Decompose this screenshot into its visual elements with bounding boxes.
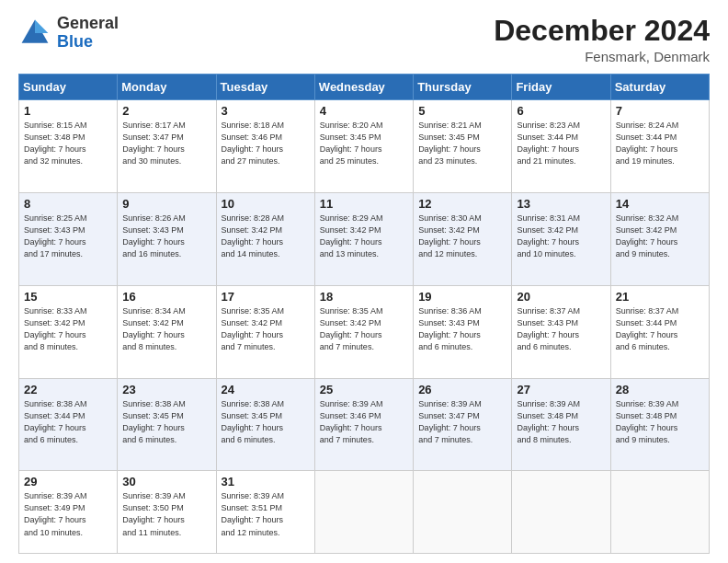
col-friday: Friday <box>512 75 610 100</box>
col-tuesday: Tuesday <box>216 75 314 100</box>
table-cell: 29Sunrise: 8:39 AM Sunset: 3:49 PM Dayli… <box>19 471 118 554</box>
table-cell: 24Sunrise: 8:38 AM Sunset: 3:45 PM Dayli… <box>216 378 314 471</box>
table-cell: 2Sunrise: 8:17 AM Sunset: 3:47 PM Daylig… <box>118 100 216 193</box>
day-info: Sunrise: 8:39 AM Sunset: 3:48 PM Dayligh… <box>616 398 704 446</box>
day-number: 6 <box>517 104 605 118</box>
col-wednesday: Wednesday <box>314 75 413 100</box>
day-info: Sunrise: 8:39 AM Sunset: 3:48 PM Dayligh… <box>517 398 605 446</box>
day-number: 22 <box>24 383 112 396</box>
table-cell: 10Sunrise: 8:28 AM Sunset: 3:42 PM Dayli… <box>216 192 314 285</box>
day-number: 7 <box>616 104 704 118</box>
calendar-week-row: 8Sunrise: 8:25 AM Sunset: 3:43 PM Daylig… <box>19 192 710 285</box>
table-cell: 20Sunrise: 8:37 AM Sunset: 3:43 PM Dayli… <box>512 285 610 378</box>
day-number: 23 <box>122 383 210 396</box>
day-info: Sunrise: 8:30 AM Sunset: 3:42 PM Dayligh… <box>418 213 506 260</box>
calendar-header-row: Sunday Monday Tuesday Wednesday Thursday… <box>19 75 710 100</box>
table-cell: 9Sunrise: 8:26 AM Sunset: 3:43 PM Daylig… <box>118 192 216 285</box>
table-cell: 5Sunrise: 8:21 AM Sunset: 3:45 PM Daylig… <box>414 100 512 193</box>
day-info: Sunrise: 8:39 AM Sunset: 3:51 PM Dayligh… <box>222 490 310 538</box>
day-number: 29 <box>24 475 112 488</box>
day-number: 17 <box>222 290 310 304</box>
day-number: 25 <box>320 383 408 396</box>
day-info: Sunrise: 8:34 AM Sunset: 3:42 PM Dayligh… <box>122 305 210 353</box>
day-info: Sunrise: 8:24 AM Sunset: 3:44 PM Dayligh… <box>616 120 704 167</box>
header: General Blue December 2024 Fensmark, Den… <box>18 15 710 64</box>
day-info: Sunrise: 8:38 AM Sunset: 3:45 PM Dayligh… <box>122 398 210 446</box>
day-info: Sunrise: 8:32 AM Sunset: 3:42 PM Dayligh… <box>616 213 704 260</box>
day-info: Sunrise: 8:15 AM Sunset: 3:48 PM Dayligh… <box>24 120 112 167</box>
table-cell: 4Sunrise: 8:20 AM Sunset: 3:45 PM Daylig… <box>314 100 413 193</box>
table-cell <box>512 471 610 554</box>
table-cell: 28Sunrise: 8:39 AM Sunset: 3:48 PM Dayli… <box>610 378 709 471</box>
table-cell: 6Sunrise: 8:23 AM Sunset: 3:44 PM Daylig… <box>512 100 610 193</box>
day-number: 11 <box>320 197 408 211</box>
day-info: Sunrise: 8:25 AM Sunset: 3:43 PM Dayligh… <box>24 213 112 260</box>
day-info: Sunrise: 8:39 AM Sunset: 3:47 PM Dayligh… <box>418 398 506 446</box>
day-number: 21 <box>616 290 704 304</box>
table-cell <box>414 471 512 554</box>
day-number: 26 <box>418 383 506 396</box>
day-number: 16 <box>122 290 210 304</box>
table-cell: 19Sunrise: 8:36 AM Sunset: 3:43 PM Dayli… <box>414 285 512 378</box>
day-number: 10 <box>222 197 310 211</box>
logo-icon <box>18 17 51 50</box>
calendar-week-row: 22Sunrise: 8:38 AM Sunset: 3:44 PM Dayli… <box>19 378 710 471</box>
day-number: 28 <box>616 383 704 396</box>
table-cell: 8Sunrise: 8:25 AM Sunset: 3:43 PM Daylig… <box>19 192 118 285</box>
day-number: 13 <box>517 197 605 211</box>
day-info: Sunrise: 8:18 AM Sunset: 3:46 PM Dayligh… <box>222 120 310 167</box>
day-number: 27 <box>517 383 605 396</box>
calendar-week-row: 29Sunrise: 8:39 AM Sunset: 3:49 PM Dayli… <box>19 471 710 554</box>
day-number: 31 <box>222 475 310 488</box>
day-info: Sunrise: 8:17 AM Sunset: 3:47 PM Dayligh… <box>122 120 210 167</box>
table-cell: 7Sunrise: 8:24 AM Sunset: 3:44 PM Daylig… <box>610 100 709 193</box>
table-cell: 16Sunrise: 8:34 AM Sunset: 3:42 PM Dayli… <box>118 285 216 378</box>
day-number: 18 <box>320 290 408 304</box>
table-cell: 23Sunrise: 8:38 AM Sunset: 3:45 PM Dayli… <box>118 378 216 471</box>
day-info: Sunrise: 8:35 AM Sunset: 3:42 PM Dayligh… <box>222 305 310 353</box>
table-cell: 25Sunrise: 8:39 AM Sunset: 3:46 PM Dayli… <box>314 378 413 471</box>
day-info: Sunrise: 8:38 AM Sunset: 3:44 PM Dayligh… <box>24 398 112 446</box>
table-cell: 31Sunrise: 8:39 AM Sunset: 3:51 PM Dayli… <box>216 471 314 554</box>
page: General Blue December 2024 Fensmark, Den… <box>0 0 728 563</box>
day-number: 14 <box>616 197 704 211</box>
table-cell: 26Sunrise: 8:39 AM Sunset: 3:47 PM Dayli… <box>414 378 512 471</box>
table-cell: 11Sunrise: 8:29 AM Sunset: 3:42 PM Dayli… <box>314 192 413 285</box>
day-number: 20 <box>517 290 605 304</box>
table-cell: 13Sunrise: 8:31 AM Sunset: 3:42 PM Dayli… <box>512 192 610 285</box>
day-number: 4 <box>320 104 408 118</box>
day-info: Sunrise: 8:37 AM Sunset: 3:44 PM Dayligh… <box>616 305 704 353</box>
day-info: Sunrise: 8:28 AM Sunset: 3:42 PM Dayligh… <box>222 213 310 260</box>
table-cell: 15Sunrise: 8:33 AM Sunset: 3:42 PM Dayli… <box>19 285 118 378</box>
table-cell: 21Sunrise: 8:37 AM Sunset: 3:44 PM Dayli… <box>610 285 709 378</box>
col-sunday: Sunday <box>19 75 118 100</box>
day-number: 12 <box>418 197 506 211</box>
day-number: 9 <box>122 197 210 211</box>
day-info: Sunrise: 8:39 AM Sunset: 3:50 PM Dayligh… <box>122 490 210 538</box>
day-number: 30 <box>122 475 210 488</box>
col-saturday: Saturday <box>610 75 709 100</box>
table-cell: 27Sunrise: 8:39 AM Sunset: 3:48 PM Dayli… <box>512 378 610 471</box>
logo-text: General Blue <box>57 15 119 52</box>
day-info: Sunrise: 8:37 AM Sunset: 3:43 PM Dayligh… <box>517 305 605 353</box>
day-number: 24 <box>222 383 310 396</box>
day-number: 8 <box>24 197 112 211</box>
table-cell: 17Sunrise: 8:35 AM Sunset: 3:42 PM Dayli… <box>216 285 314 378</box>
day-info: Sunrise: 8:39 AM Sunset: 3:46 PM Dayligh… <box>320 398 408 446</box>
table-cell <box>610 471 709 554</box>
day-number: 19 <box>418 290 506 304</box>
calendar-week-row: 15Sunrise: 8:33 AM Sunset: 3:42 PM Dayli… <box>19 285 710 378</box>
month-title: December 2024 <box>494 15 710 47</box>
location: Fensmark, Denmark <box>494 49 710 64</box>
title-block: December 2024 Fensmark, Denmark <box>494 15 710 64</box>
logo: General Blue <box>18 15 119 52</box>
day-number: 5 <box>418 104 506 118</box>
day-number: 2 <box>122 104 210 118</box>
day-info: Sunrise: 8:35 AM Sunset: 3:42 PM Dayligh… <box>320 305 408 353</box>
day-info: Sunrise: 8:23 AM Sunset: 3:44 PM Dayligh… <box>517 120 605 167</box>
table-cell: 1Sunrise: 8:15 AM Sunset: 3:48 PM Daylig… <box>19 100 118 193</box>
col-thursday: Thursday <box>414 75 512 100</box>
table-cell: 14Sunrise: 8:32 AM Sunset: 3:42 PM Dayli… <box>610 192 709 285</box>
col-monday: Monday <box>118 75 216 100</box>
day-info: Sunrise: 8:39 AM Sunset: 3:49 PM Dayligh… <box>24 490 112 538</box>
